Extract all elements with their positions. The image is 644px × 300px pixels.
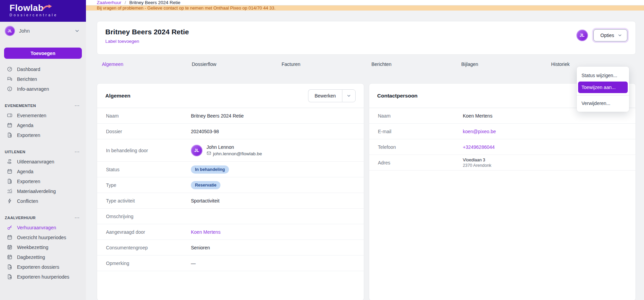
section-options-icon[interactable]: ⋯	[74, 104, 80, 107]
row-label: Naam	[106, 113, 191, 119]
menu-item-verwijderen[interactable]: Verwijderen...	[577, 98, 629, 109]
export-icon	[7, 178, 13, 184]
sidebar-item-label: Overzicht huurperiodes	[17, 235, 66, 240]
tab-bijlagen[interactable]: Bijlagen	[456, 59, 546, 69]
row-label: Opmerking	[106, 261, 191, 266]
person: JLJohn Lennonjohn.lennon@flowlab.be	[191, 144, 262, 157]
assignee-avatar: JL	[576, 30, 588, 41]
sidebar-item-label: Uitleenaanvragen	[17, 159, 54, 164]
calendar-icon	[7, 169, 13, 174]
sidebar-section-label: UITLENEN	[5, 150, 25, 154]
sidebar-item-berichten[interactable]: Berichten	[0, 74, 86, 84]
sidebar-item-agenda[interactable]: Agenda	[0, 120, 86, 130]
detail-row-adres: AdresVloedlaan 32370 Arendonk	[369, 155, 636, 171]
topbar: Zaalverhuur / Britney Beers 2024 Retie	[86, 0, 644, 5]
breadcrumb-current: Britney Beers 2024 Retie	[129, 0, 180, 5]
person-name: John Lennon	[207, 144, 262, 150]
edit-button[interactable]: Bewerken	[308, 89, 342, 102]
row-label: E-mail	[378, 129, 463, 134]
sidebar-item-overzicht-huurperiodes[interactable]: Overzicht huurperiodes	[0, 232, 86, 242]
row-label: Adres	[378, 160, 463, 165]
add-button[interactable]: Toevoegen	[4, 48, 82, 59]
options-menu: Status wijzigen...Toewijzen aan...Verwij…	[577, 67, 629, 112]
sidebar-item-label: Berichten	[17, 76, 37, 82]
user-menu[interactable]: JL John	[0, 22, 86, 40]
section-options-icon[interactable]: ⋯	[74, 216, 80, 219]
status-badge: In behandeling	[191, 165, 229, 174]
sidebar-item-uitleenaanvragen[interactable]: Uitleenaanvragen	[0, 157, 86, 166]
detail-row-telefoon: Telefoon+32496286044	[369, 139, 636, 155]
export-icon	[7, 264, 13, 270]
person-email: john.lennon@flowlab.be	[207, 151, 262, 157]
tab-facturen[interactable]: Facturen	[276, 59, 366, 69]
link-32496286044[interactable]: +32496286044	[463, 144, 495, 150]
app-logo: Flowlab Dossiercentrale	[0, 0, 86, 22]
sidebar-item-label: Verhuuraanvragen	[17, 225, 56, 230]
email-text: john.lennon@flowlab.be	[213, 151, 262, 156]
sidebar-item-weekbezetting[interactable]: Weekbezetting	[0, 242, 86, 252]
detail-row-consumentengroep: ConsumentengroepSenioren	[97, 240, 364, 255]
sidebar-item-materiaalverdeling[interactable]: Materiaalverdeling	[0, 186, 86, 196]
sidebar-section-uitlenen: UITLENEN⋯	[0, 147, 86, 157]
row-label: Dossier	[106, 129, 191, 134]
sidebar-item-verhuuraanvragen[interactable]: Verhuuraanvragen	[0, 223, 86, 232]
avatar: JL	[191, 145, 202, 156]
sidebar-item-conflicten[interactable]: Conflicten	[0, 196, 86, 206]
sidebar-item-exporteren-huurperiodes[interactable]: Exporteren huurperiodes	[0, 272, 86, 282]
row-label: Telefoon	[378, 144, 463, 150]
sidebar-item-dashboard[interactable]: Dashboard	[0, 64, 86, 74]
tab-berichten[interactable]: Berichten	[366, 59, 457, 69]
sidebar-item-agenda[interactable]: Agenda	[0, 166, 86, 176]
detail-row-type: TypeReservatie	[97, 177, 364, 193]
options-button[interactable]: Opties	[593, 29, 627, 41]
section-options-icon[interactable]: ⋯	[74, 150, 80, 154]
sidebar-item-label: Dagbezetting	[17, 254, 45, 260]
tab-dossierflow[interactable]: Dossierflow	[187, 59, 277, 69]
contact-card: Contactpersoon Bewerken NaamKoen Mertens…	[369, 83, 636, 300]
row-value: +32496286044	[463, 144, 495, 150]
sidebar-item-info-aanvragen[interactable]: Info-aanvragen	[0, 84, 86, 94]
address-line: 2370 Arendonk	[463, 163, 491, 168]
sidebar-item-label: Evenementen	[17, 113, 46, 118]
dossier-header-card: Britney Beers 2024 Retie Label toevoegen…	[97, 21, 636, 55]
sidebar-item-label: Weekbezetting	[17, 245, 48, 250]
row-value: Vloedlaan 32370 Arendonk	[463, 157, 491, 168]
sidebar-item-label: Info-aanvragen	[17, 86, 49, 92]
add-label-link[interactable]: Label toevoegen	[105, 39, 139, 44]
row-label: In behandeling door	[106, 148, 191, 153]
link-koen-pixeo-be[interactable]: koen@pixeo.be	[463, 129, 496, 134]
detail-row-aangevraagd-door: Aangevraagd doorKoen Mertens	[97, 224, 364, 240]
row-label: Naam	[378, 113, 463, 119]
envelope-icon	[207, 151, 211, 157]
notice-banner: Bij vragen of problemen - Gelieve contac…	[86, 5, 644, 11]
chevron-down-icon	[74, 28, 80, 34]
breadcrumb-link-zaalverhuur[interactable]: Zaalverhuur	[97, 0, 121, 5]
row-value: Reservatie	[191, 181, 220, 189]
menu-item-toewijzen-aan[interactable]: Toewijzen aan...	[578, 82, 628, 93]
detail-row-opmerking: Opmerking—	[97, 255, 364, 271]
content: Britney Beers 2024 Retie Label toevoegen…	[86, 11, 644, 300]
sidebar-section-zaalverhuur: ZAALVERHUUR⋯	[0, 213, 86, 223]
detail-row-type-activiteit: Type activiteitSportactiviteit	[97, 193, 364, 209]
tab-algemeen[interactable]: Algemeen	[97, 59, 187, 69]
row-value: Koen Mertens	[191, 229, 220, 235]
menu-item-status-wijzigen[interactable]: Status wijzigen...	[577, 70, 629, 81]
sidebar-item-evenementen[interactable]: Evenementen	[0, 110, 86, 120]
row-value: In behandeling	[191, 165, 229, 174]
sidebar-item-exporteren-dossiers[interactable]: Exporteren dossiers	[0, 262, 86, 272]
sidebar-nav: DashboardBerichtenInfo-aanvragenEVENEMEN…	[0, 59, 86, 282]
row-label: Status	[106, 167, 191, 172]
detail-row-dossier: Dossier20240503-98	[97, 124, 364, 139]
link-koen-mertens[interactable]: Koen Mertens	[191, 229, 220, 235]
edit-dropdown-button[interactable]	[342, 89, 356, 102]
calendar-week-icon	[7, 244, 13, 250]
sidebar-item-exporteren[interactable]: Exporteren	[0, 176, 86, 186]
sidebar-item-dagbezetting[interactable]: Dagbezetting	[0, 252, 86, 262]
detail-row-in-behandeling-door: In behandeling doorJLJohn Lennonjohn.len…	[97, 139, 364, 162]
avatar: JL	[5, 26, 15, 36]
sidebar-item-exporteren[interactable]: Exporteren	[0, 130, 86, 140]
general-card-title: Algemeen	[105, 93, 130, 99]
sidebar-section-evenementen: EVENEMENTEN⋯	[0, 101, 86, 110]
sidebar-item-label: Dashboard	[17, 67, 40, 72]
calendar-icon	[7, 122, 13, 128]
